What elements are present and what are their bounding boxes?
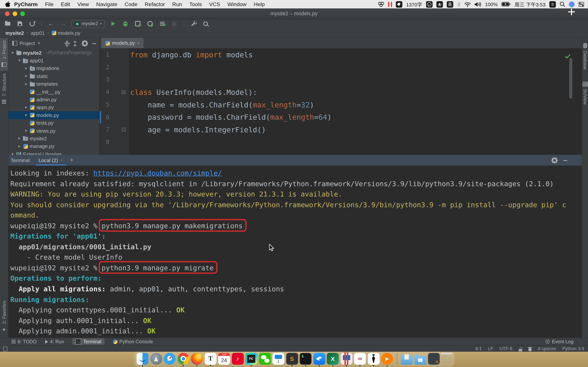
- tree-item-__init__.py[interactable]: __init__.py: [9, 88, 99, 96]
- tree-item-manage.py[interactable]: manage.py: [9, 142, 99, 150]
- bluetooth-icon[interactable]: [457, 2, 460, 7]
- terminal-link[interactable]: https://pypi.douban.com/simple/: [93, 169, 222, 177]
- dock-safari[interactable]: [164, 353, 176, 367]
- chevron-down-icon[interactable]: ▼: [37, 41, 41, 45]
- siri-icon[interactable]: [569, 1, 575, 7]
- event-log-button[interactable]: Event Log: [545, 339, 573, 344]
- dock-folder-downloads[interactable]: [401, 353, 413, 367]
- settings-icon[interactable]: [551, 157, 558, 164]
- apple-icon[interactable]: [5, 1, 10, 7]
- menu-run[interactable]: Run: [172, 1, 182, 7]
- editor-code[interactable]: from django.db import modelsclass UserIn…: [130, 49, 331, 149]
- tool-window-button-sciview[interactable]: SciView: [582, 78, 588, 107]
- tool-window-button--project[interactable]: 1: Project: [0, 38, 8, 71]
- tree-item-models.py[interactable]: models.py: [9, 111, 99, 119]
- editor-scrollbar[interactable]: [569, 58, 572, 99]
- tree-expand-arrow-icon[interactable]: [24, 130, 28, 132]
- tree-expand-arrow-icon[interactable]: [24, 83, 28, 85]
- tree-expand-arrow-icon[interactable]: [24, 75, 28, 77]
- tool-window-button--structure[interactable]: 7: Structure: [0, 71, 8, 108]
- dock-tie-app[interactable]: [368, 353, 380, 367]
- menu-window[interactable]: Window: [227, 1, 247, 7]
- search-everywhere-icon[interactable]: [202, 20, 209, 27]
- run-icon[interactable]: [109, 20, 117, 27]
- back-icon[interactable]: ←: [47, 20, 55, 27]
- dock-dingtalk[interactable]: [313, 353, 325, 367]
- tree-item-mysite2[interactable]: mysite2: [9, 135, 99, 142]
- dock-folder-windows[interactable]: [415, 353, 426, 367]
- breadcrumb-mysite2[interactable]: mysite2: [5, 30, 24, 36]
- inspection-profile-icon[interactable]: [528, 346, 532, 351]
- tree-collapse-arrow-icon[interactable]: [17, 60, 21, 62]
- fold-marker-icon[interactable]: −: [122, 90, 126, 94]
- collapse-all-icon[interactable]: [73, 40, 77, 46]
- tool-window-tab-python-console[interactable]: Python Console: [113, 339, 153, 344]
- tree-expand-arrow-icon[interactable]: [24, 114, 28, 117]
- coverage-icon[interactable]: [134, 20, 141, 27]
- status-line-separator[interactable]: LF: [488, 346, 493, 351]
- volume-icon[interactable]: [475, 2, 481, 7]
- menu-navigate[interactable]: Navigate: [96, 1, 118, 7]
- locate-icon[interactable]: [65, 40, 69, 46]
- run-config-selector[interactable]: djmysite2▾: [72, 20, 105, 28]
- sync-icon[interactable]: [28, 20, 36, 27]
- status-interpreter[interactable]: Python 3.9: [562, 346, 584, 351]
- menu-file[interactable]: File: [45, 1, 54, 7]
- hide-icon[interactable]: [563, 157, 567, 164]
- dock-firefox[interactable]: [191, 353, 203, 367]
- dock-wechat[interactable]: [259, 353, 271, 367]
- dock-pycharm[interactable]: PC: [245, 353, 257, 367]
- menu-code[interactable]: Code: [125, 1, 138, 7]
- tree-item-tests.py[interactable]: tests.py: [9, 119, 99, 127]
- tree-expand-arrow-icon[interactable]: [24, 67, 28, 70]
- dock-keynote[interactable]: [273, 353, 285, 367]
- tool-window-button-favorites[interactable]: 2: Favorites★: [0, 298, 8, 335]
- dingtalk-menubar-icon[interactable]: [396, 1, 402, 8]
- clock[interactable]: 周三 下午3:53: [515, 0, 545, 8]
- tree-item-views.py[interactable]: views.py: [9, 127, 99, 135]
- battery-icon[interactable]: [502, 2, 511, 7]
- tree-item-static[interactable]: static: [9, 72, 99, 80]
- tree-item-mysite2[interactable]: mysite2~/PycharmProjects/gx: [9, 49, 99, 57]
- menu-pycharm[interactable]: PyCharm: [14, 1, 38, 7]
- tree-expand-arrow-icon[interactable]: [24, 106, 28, 108]
- input-method-badge[interactable]: 英: [447, 1, 453, 8]
- dock-tv-app[interactable]: ▶: [381, 353, 393, 367]
- breadcrumb-app01[interactable]: app01: [31, 30, 45, 36]
- menu-vcs[interactable]: VCS: [209, 1, 220, 7]
- terminal-tab-local[interactable]: Local (2) ×: [37, 155, 65, 166]
- close-icon[interactable]: ×: [61, 158, 63, 162]
- cloud-app-icon[interactable]: [378, 1, 384, 7]
- word-count[interactable]: 1370字: [406, 0, 422, 8]
- tree-expand-arrow-icon[interactable]: [17, 137, 21, 140]
- emoji-input-icon[interactable]: [426, 1, 432, 8]
- dictation-mic-icon[interactable]: [436, 1, 443, 8]
- close-icon[interactable]: ×: [137, 41, 140, 45]
- tree-expand-arrow-icon[interactable]: [17, 145, 21, 148]
- debug-icon[interactable]: [121, 20, 129, 27]
- editor-tab-models-py[interactable]: models.py ×: [102, 38, 143, 48]
- tree-collapse-arrow-icon[interactable]: [11, 52, 15, 54]
- screen-record-pause-icon[interactable]: [388, 2, 392, 7]
- status-caret-position[interactable]: 8:1: [476, 346, 482, 351]
- tool-window-tab-terminal[interactable]: ›_Terminal: [73, 338, 104, 345]
- dock-calendar[interactable]: 11月24: [218, 353, 230, 367]
- menu-edit[interactable]: Edit: [61, 1, 70, 7]
- dock-sublime-text[interactable]: S: [286, 353, 298, 367]
- spotlight-icon[interactable]: [560, 1, 565, 7]
- save-icon[interactable]: [16, 20, 24, 27]
- dock-chrome[interactable]: [177, 353, 189, 367]
- tree-item-external-libraries[interactable]: External Libraries: [9, 150, 99, 155]
- forward-icon[interactable]: →: [59, 20, 67, 27]
- menu-refactor[interactable]: Refactor: [145, 1, 165, 7]
- hide-icon[interactable]: [92, 40, 96, 46]
- project-panel-title[interactable]: Project: [19, 40, 35, 46]
- breadcrumb-models.py[interactable]: models.py: [52, 30, 80, 36]
- tree-expand-arrow-icon[interactable]: [11, 153, 15, 155]
- unlock-icon[interactable]: [519, 346, 522, 351]
- run-configs-icon[interactable]: [158, 20, 166, 27]
- wifi-icon[interactable]: [464, 2, 471, 7]
- tool-window-tab-4-run[interactable]: 4: Run: [45, 339, 64, 344]
- new-terminal-tab-button[interactable]: +: [70, 157, 74, 164]
- dock-excel[interactable]: X: [327, 353, 339, 367]
